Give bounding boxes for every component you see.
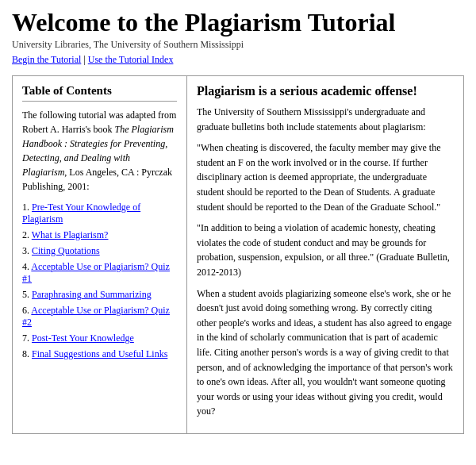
list-item: 1. Pre-Test Your Knowledge of Plagiarism — [22, 202, 177, 225]
item-number: 3. — [22, 245, 29, 256]
content-intro: The University of Southern Mississippi's… — [197, 105, 454, 134]
content-quote1: "When cheating is discovered, the facult… — [197, 140, 454, 214]
list-item: 5. Paraphrasing and Summarizing — [22, 289, 177, 301]
item-number: 1. — [22, 202, 29, 213]
list-item: 2. What is Plagiarism? — [22, 229, 177, 241]
content-body: The University of Southern Mississippi's… — [197, 105, 454, 419]
content-quote2: "In addition to being a violation of aca… — [197, 221, 454, 279]
toc-list: 1. Pre-Test Your Knowledge of Plagiarism… — [22, 202, 177, 360]
nav-links: Begin the Tutorial | Use the Tutorial In… — [12, 54, 464, 66]
tutorial-index-link[interactable]: Use the Tutorial Index — [88, 54, 174, 65]
item-number: 5. — [22, 289, 29, 300]
toc-link-citing[interactable]: Citing Quotations — [32, 245, 100, 256]
toc-link-quiz2[interactable]: Acceptable Use or Plagiarism? Quiz #2 — [22, 305, 170, 328]
list-item: 6. Acceptable Use or Plagiarism? Quiz #2 — [22, 305, 177, 329]
toc-panel: Table of Contents The following tutorial… — [13, 76, 187, 433]
toc-intro: The following tutorial was adapted from … — [22, 108, 177, 194]
content-closing: When a student avoids plagiarizing someo… — [197, 286, 454, 419]
content-title: Plagiarism is a serious academic offense… — [197, 84, 454, 98]
toc-title: Table of Contents — [22, 84, 177, 102]
list-item: 7. Post-Test Your Knowledge — [22, 332, 177, 344]
toc-link-final[interactable]: Final Suggestions and Useful Links — [32, 348, 167, 359]
item-number: 4. — [22, 261, 29, 272]
toc-link-paraphrase[interactable]: Paraphrasing and Summarizing — [32, 289, 152, 300]
page-title: Welcome to the Plagiarism Tutorial — [12, 8, 464, 37]
list-item: 3. Citing Quotations — [22, 245, 177, 257]
toc-link-quiz1[interactable]: Acceptable Use or Plagiarism? Quiz #1 — [22, 261, 170, 284]
begin-tutorial-link[interactable]: Begin the Tutorial — [12, 54, 81, 65]
subtitle: University Libraries, The University of … — [12, 39, 464, 51]
content-panel: Plagiarism is a serious academic offense… — [187, 76, 463, 433]
main-layout: Table of Contents The following tutorial… — [12, 75, 464, 434]
item-number: 7. — [22, 332, 29, 344]
toc-link-what-is[interactable]: What is Plagiarism? — [32, 229, 109, 240]
list-item: 8. Final Suggestions and Useful Links — [22, 348, 177, 360]
item-number: 8. — [22, 348, 29, 359]
toc-link-pretest[interactable]: Pre-Test Your Knowledge of Plagiarism — [22, 202, 140, 225]
item-number: 2. — [22, 229, 29, 240]
list-item: 4. Acceptable Use or Plagiarism? Quiz #1 — [22, 261, 177, 285]
toc-link-posttest[interactable]: Post-Test Your Knowledge — [32, 332, 134, 344]
item-number: 6. — [22, 305, 29, 316]
